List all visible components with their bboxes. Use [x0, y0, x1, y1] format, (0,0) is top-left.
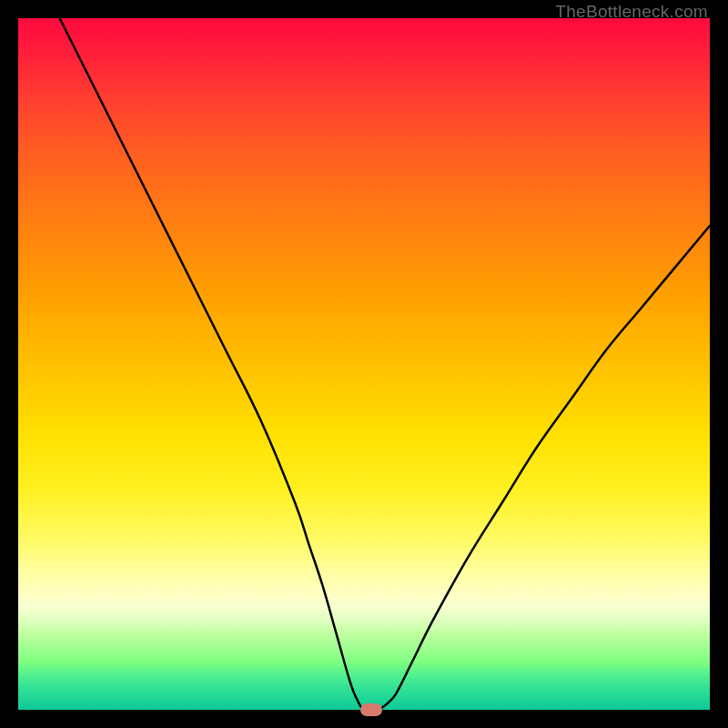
watermark-text: TheBottleneck.com — [555, 2, 708, 22]
chart-container: TheBottleneck.com — [0, 0, 728, 728]
optimal-marker — [360, 703, 382, 716]
plot-area — [18, 18, 710, 710]
bottleneck-curve — [18, 18, 710, 710]
